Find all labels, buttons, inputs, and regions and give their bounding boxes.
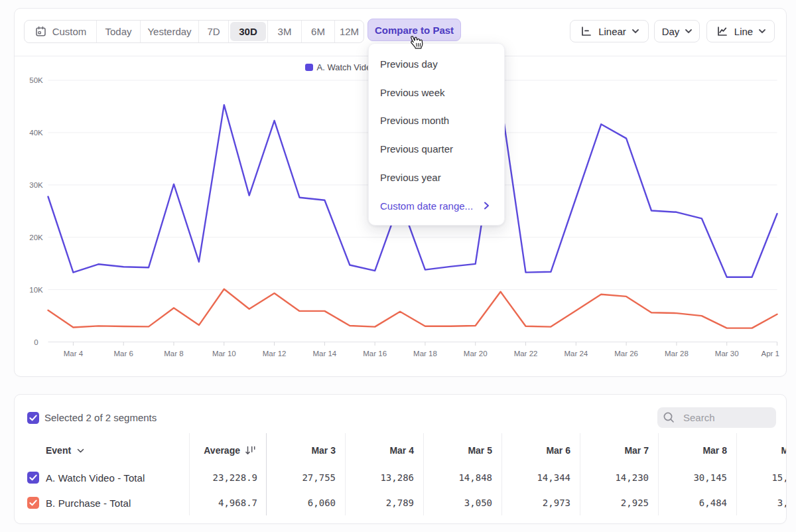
menu-item-previous-quarter[interactable]: Previous quarter bbox=[369, 135, 504, 163]
chevron-right-icon bbox=[484, 202, 490, 210]
event-column-header[interactable]: Event bbox=[15, 433, 189, 465]
chevron-down-icon bbox=[685, 29, 692, 33]
cell-value: 6,484 bbox=[699, 498, 727, 508]
x-axis-label: Mar 28 bbox=[665, 350, 689, 358]
select-all-checkbox[interactable] bbox=[27, 412, 39, 424]
compare-to-past-button[interactable]: Compare to Past bbox=[367, 19, 461, 41]
range-button-yesterday[interactable]: Yesterday bbox=[140, 21, 198, 42]
cell-value: 2,789 bbox=[386, 498, 414, 508]
cell-value: 27,755 bbox=[302, 472, 336, 483]
date-header-label: Mar 8 bbox=[702, 445, 727, 456]
cell-value: 30,145 bbox=[693, 472, 727, 483]
x-axis-label: Mar 22 bbox=[514, 350, 538, 358]
legend-swatch bbox=[305, 64, 313, 72]
x-axis-label: Mar 18 bbox=[413, 350, 437, 358]
value-cell: 27,755 bbox=[267, 465, 345, 490]
chart-type-dropdown-button[interactable]: Line bbox=[706, 20, 775, 42]
date-header-label: Mar 6 bbox=[546, 445, 570, 456]
table-row: A. Watch Video - Total23,228.927,75513,2… bbox=[15, 465, 787, 490]
cell-value: 15,312 bbox=[771, 472, 787, 483]
cell-value: 2,925 bbox=[621, 498, 649, 508]
range-button-7d[interactable]: 7D bbox=[198, 21, 228, 42]
cell-value: 3,214 bbox=[777, 498, 787, 508]
check-icon bbox=[27, 472, 39, 484]
cell-value: 6,060 bbox=[308, 498, 336, 508]
range-button-6m[interactable]: 6M bbox=[301, 21, 334, 42]
chevron-down-icon bbox=[632, 29, 639, 33]
check-icon bbox=[27, 412, 39, 424]
x-axis-label: Mar 8 bbox=[164, 350, 183, 358]
value-cell: 2,789 bbox=[345, 490, 423, 515]
date-column-header[interactable]: Mar 5 bbox=[423, 433, 501, 465]
range-button-label: 3M bbox=[268, 21, 301, 42]
x-axis-label: Mar 10 bbox=[212, 350, 236, 358]
y-axis-label: 50K bbox=[29, 76, 43, 84]
dashboard: 010K20K30K40K50KMar 4Mar 6Mar 8Mar 10Mar… bbox=[0, 0, 796, 532]
value-cell: 14,848 bbox=[423, 465, 501, 490]
value-cell: 13,286 bbox=[345, 465, 423, 490]
date-column-header[interactable]: Mar 6 bbox=[501, 433, 580, 465]
sort-descending-icon bbox=[245, 446, 256, 456]
range-button-label: 30D bbox=[230, 22, 266, 41]
value-cell: 2,925 bbox=[580, 490, 658, 515]
range-button-30d[interactable]: 30D bbox=[228, 21, 267, 42]
range-button-label: Today bbox=[97, 21, 140, 42]
row-checkbox[interactable] bbox=[27, 497, 39, 509]
calendar-icon bbox=[34, 25, 47, 38]
event-label: A. Watch Video - Total bbox=[46, 472, 145, 484]
range-button-12m[interactable]: 12M bbox=[334, 21, 364, 42]
date-header-label: Mar 5 bbox=[468, 445, 492, 456]
row-checkbox[interactable] bbox=[27, 472, 39, 484]
value-cell: 30,145 bbox=[658, 465, 736, 490]
cell-value: 13,286 bbox=[380, 472, 414, 483]
menu-item-custom-date-range[interactable]: Custom date range... bbox=[369, 192, 504, 220]
menu-item-previous-year[interactable]: Previous year bbox=[369, 163, 504, 192]
x-axis-label: Mar 14 bbox=[312, 350, 336, 358]
custom-date-range-label: Custom date range... bbox=[380, 200, 473, 212]
x-axis-label: Mar 4 bbox=[64, 350, 84, 358]
menu-item-previous-week[interactable]: Previous week bbox=[369, 78, 504, 107]
average-value: 23,228.9 bbox=[213, 472, 257, 483]
average-column-header[interactable]: Average bbox=[189, 433, 267, 465]
date-column-header[interactable]: Mar 8 bbox=[658, 433, 736, 465]
range-button-custom[interactable]: Custom bbox=[25, 21, 96, 42]
interval-dropdown-button[interactable]: Day bbox=[654, 20, 700, 42]
value-cell: 15,312 bbox=[736, 465, 787, 490]
value-cell: 6,060 bbox=[267, 490, 345, 515]
average-cell: 4,968.7 bbox=[189, 490, 267, 515]
line-chart-icon bbox=[716, 25, 728, 38]
value-cell: 14,230 bbox=[580, 465, 658, 490]
date-column-header[interactable]: Mar 7 bbox=[580, 433, 658, 465]
x-axis-label: Mar 20 bbox=[464, 350, 488, 358]
value-cell: 14,344 bbox=[501, 465, 580, 490]
interval-dropdown-label: Day bbox=[662, 26, 680, 37]
range-button-today[interactable]: Today bbox=[96, 21, 140, 42]
series-line-b[interactable] bbox=[48, 289, 777, 328]
range-button-3m[interactable]: 3M bbox=[267, 21, 301, 42]
menu-item-previous-month[interactable]: Previous month bbox=[369, 107, 504, 135]
search-input[interactable] bbox=[683, 412, 763, 423]
chart-card: 010K20K30K40K50KMar 4Mar 6Mar 8Mar 10Mar… bbox=[14, 8, 787, 377]
date-column-header[interactable]: Mar 3 bbox=[267, 433, 345, 465]
event-label: B. Purchase - Total bbox=[46, 498, 131, 509]
cell-value: 14,848 bbox=[458, 472, 492, 483]
search-box bbox=[657, 407, 776, 428]
y-axis-label: 40K bbox=[29, 129, 43, 137]
segments-bar: Selected 2 of 2 segments bbox=[15, 395, 786, 433]
chevron-down-icon bbox=[759, 29, 765, 33]
compare-to-past-menu: Previous dayPrevious weekPrevious monthP… bbox=[368, 43, 505, 226]
event-header-label: Event bbox=[46, 445, 71, 456]
date-column-header[interactable]: Mar 9 bbox=[736, 433, 787, 465]
scale-dropdown-label: Linear bbox=[598, 26, 626, 37]
value-cell: 3,050 bbox=[423, 490, 501, 515]
search-icon bbox=[663, 411, 675, 424]
table-header-row: Event Average Mar 3Mar 4Mar 5Mar 6Mar 7M… bbox=[15, 433, 787, 465]
date-header-label: Mar 7 bbox=[624, 445, 649, 456]
value-cell: 6,484 bbox=[658, 490, 736, 515]
date-column-header[interactable]: Mar 4 bbox=[345, 433, 423, 465]
average-header-label: Average bbox=[204, 445, 240, 456]
menu-item-previous-day[interactable]: Previous day bbox=[369, 50, 504, 78]
scale-dropdown-button[interactable]: Linear bbox=[570, 20, 649, 42]
segments-table-card: Selected 2 of 2 segments Event Averag bbox=[14, 394, 787, 524]
compare-to-past-label: Compare to Past bbox=[375, 25, 454, 36]
